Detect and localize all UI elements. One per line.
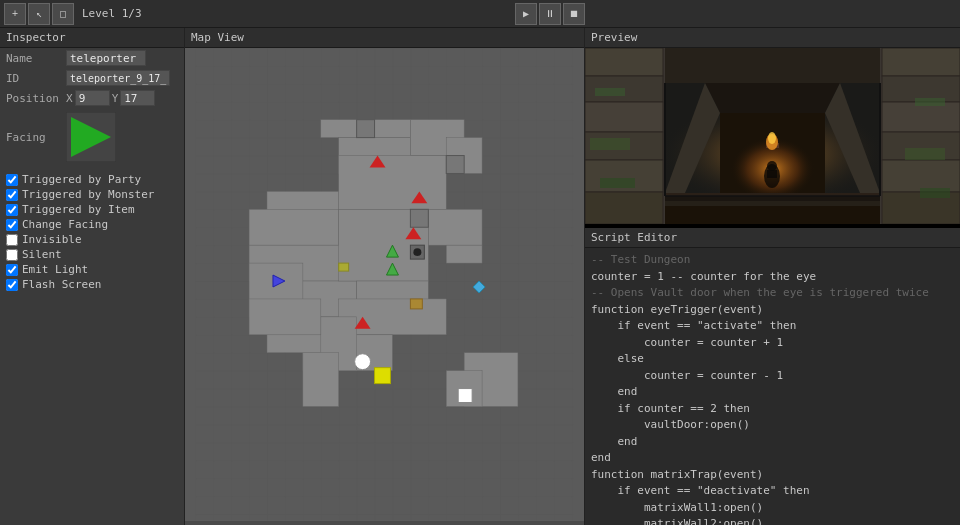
svg-rect-8 bbox=[339, 156, 447, 210]
svg-rect-65 bbox=[920, 188, 950, 198]
checkbox-cb8[interactable] bbox=[6, 279, 18, 291]
svg-rect-40 bbox=[410, 299, 422, 309]
inspector-title: Inspector bbox=[6, 31, 66, 44]
y-value[interactable]: 17 bbox=[120, 90, 155, 106]
checkbox-cb5[interactable] bbox=[6, 234, 18, 246]
svg-rect-10 bbox=[249, 209, 339, 245]
checkbox-row-cb2: Triggered by Monster bbox=[0, 187, 184, 202]
checkbox-row-cb7: Emit Light bbox=[0, 262, 184, 277]
code-line: function eyeTrigger(event) bbox=[591, 302, 954, 319]
x-label: X bbox=[66, 92, 73, 105]
svg-rect-53 bbox=[595, 88, 625, 96]
map-title: Map View bbox=[191, 31, 244, 44]
checkboxes-container: Triggered by PartyTriggered by MonsterTr… bbox=[0, 172, 184, 292]
svg-rect-25 bbox=[249, 299, 321, 335]
svg-rect-63 bbox=[915, 98, 945, 106]
svg-rect-59 bbox=[882, 102, 960, 132]
position-label: Position bbox=[6, 92, 66, 105]
name-row: Name teleporter bbox=[0, 48, 184, 68]
code-line: end bbox=[591, 434, 954, 451]
select-tool-button[interactable]: □ bbox=[52, 3, 74, 25]
map-panel: Map View bbox=[185, 28, 585, 525]
add-tool-button[interactable]: + bbox=[4, 3, 26, 25]
svg-rect-49 bbox=[585, 102, 663, 132]
checkbox-label-cb5: Invisible bbox=[22, 233, 82, 246]
facing-label: Facing bbox=[6, 131, 66, 144]
preview-title: Preview bbox=[591, 31, 637, 44]
svg-rect-55 bbox=[600, 178, 635, 188]
right-panel: Preview bbox=[585, 28, 960, 525]
svg-rect-64 bbox=[905, 148, 945, 160]
code-line: if counter == 2 then bbox=[591, 401, 954, 418]
checkbox-row-cb3: Triggered by Item bbox=[0, 202, 184, 217]
preview-header: Preview bbox=[585, 28, 960, 48]
checkbox-cb2[interactable] bbox=[6, 189, 18, 201]
play-button[interactable]: ▶ bbox=[515, 3, 537, 25]
checkbox-row-cb5: Invisible bbox=[0, 232, 184, 247]
x-value[interactable]: 9 bbox=[75, 90, 110, 106]
code-line: matrixWall2:open() bbox=[591, 516, 954, 525]
facing-row: Facing bbox=[0, 108, 184, 166]
code-line: matrixWall1:open() bbox=[591, 500, 954, 517]
code-line: counter = counter - 1 bbox=[591, 368, 954, 385]
code-line: if event == "activate" then bbox=[591, 318, 954, 335]
script-section: Script Editor -- Test Dungeoncounter = 1… bbox=[585, 228, 960, 525]
preview-image bbox=[585, 48, 960, 224]
svg-rect-27 bbox=[446, 156, 464, 174]
checkbox-label-cb4: Change Facing bbox=[22, 218, 108, 231]
pause-button[interactable]: ⏸ bbox=[539, 3, 561, 25]
cursor-tool-button[interactable]: ↖ bbox=[28, 3, 50, 25]
preview-section: Preview bbox=[585, 28, 960, 228]
svg-rect-61 bbox=[882, 160, 960, 192]
inspector-panel: Inspector Name teleporter ID teleporter_… bbox=[0, 28, 185, 525]
code-line: counter = counter + 1 bbox=[591, 335, 954, 352]
position-row: Position X 9 Y 17 bbox=[0, 88, 184, 108]
checkbox-row-cb4: Change Facing bbox=[0, 217, 184, 232]
script-title: Script Editor bbox=[591, 231, 677, 244]
name-value[interactable]: teleporter bbox=[66, 50, 146, 66]
code-line: function matrixTrap(event) bbox=[591, 467, 954, 484]
checkbox-cb6[interactable] bbox=[6, 249, 18, 261]
facing-canvas[interactable] bbox=[66, 112, 116, 162]
checkbox-row-cb1: Triggered by Party bbox=[0, 172, 184, 187]
checkbox-label-cb8: Flash Screen bbox=[22, 278, 101, 291]
position-group: X 9 Y 17 bbox=[66, 90, 155, 106]
checkbox-cb3[interactable] bbox=[6, 204, 18, 216]
checkbox-cb4[interactable] bbox=[6, 219, 18, 231]
checkbox-label-cb1: Triggered by Party bbox=[22, 173, 141, 186]
svg-rect-34 bbox=[375, 368, 391, 384]
svg-rect-20 bbox=[428, 209, 482, 245]
svg-rect-43 bbox=[339, 263, 349, 271]
checkbox-cb1[interactable] bbox=[6, 174, 18, 186]
code-line: -- Opens Vault door when the eye is trig… bbox=[591, 285, 954, 302]
code-line: end bbox=[591, 384, 954, 401]
svg-rect-21 bbox=[446, 245, 482, 263]
checkbox-label-cb7: Emit Light bbox=[22, 263, 88, 276]
code-line: else bbox=[591, 351, 954, 368]
checkbox-cb7[interactable] bbox=[6, 264, 18, 276]
svg-point-35 bbox=[355, 354, 371, 370]
code-line: -- Test Dungeon bbox=[591, 252, 954, 269]
checkbox-label-cb6: Silent bbox=[22, 248, 62, 261]
svg-rect-37 bbox=[458, 389, 472, 403]
checkbox-row-cb8: Flash Screen bbox=[0, 277, 184, 292]
top-toolbar: + ↖ □ Level 1/3 ▶ ⏸ ⏹ bbox=[0, 0, 960, 28]
svg-point-79 bbox=[768, 132, 776, 144]
script-content[interactable]: -- Test Dungeoncounter = 1 -- counter fo… bbox=[585, 248, 960, 525]
inspector-header: Inspector bbox=[0, 28, 184, 48]
name-label: Name bbox=[6, 52, 66, 65]
svg-rect-19 bbox=[303, 353, 339, 407]
svg-point-42 bbox=[413, 248, 421, 256]
checkbox-label-cb2: Triggered by Monster bbox=[22, 188, 154, 201]
svg-rect-52 bbox=[585, 192, 663, 224]
svg-rect-54 bbox=[590, 138, 630, 150]
map-canvas[interactable] bbox=[185, 48, 584, 521]
svg-rect-82 bbox=[767, 170, 777, 178]
stop-button[interactable]: ⏹ bbox=[563, 3, 585, 25]
main-layout: Inspector Name teleporter ID teleporter_… bbox=[0, 28, 960, 525]
svg-marker-72 bbox=[705, 83, 840, 113]
svg-rect-26 bbox=[357, 120, 375, 138]
id-value[interactable]: teleporter_9_17_ bbox=[66, 70, 170, 86]
svg-rect-47 bbox=[585, 48, 663, 76]
preview-controls-group: ▶ ⏸ ⏹ bbox=[515, 3, 585, 25]
